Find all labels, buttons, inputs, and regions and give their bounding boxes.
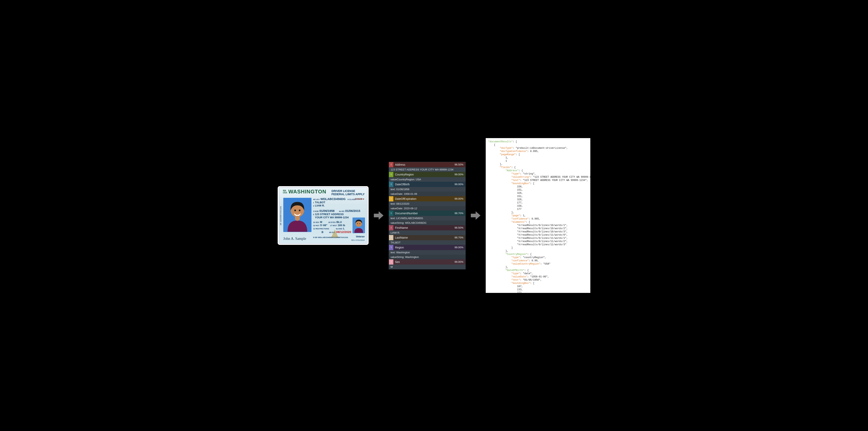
arrow-1 — [373, 209, 385, 222]
license-usa: USA — [283, 192, 287, 194]
iss-label: 4a ISS — [339, 210, 344, 212]
license-veteran: Veteran — [356, 235, 365, 238]
sex-value: M — [320, 221, 322, 224]
hgt-label: 16 HGT — [313, 225, 319, 227]
arrow-right-icon — [470, 209, 482, 222]
field-sex: 1 Sex 99.00% M — [389, 259, 465, 269]
license-header: WA USA WASHINGTON — [283, 189, 327, 195]
ln-value: TALBOT — [315, 201, 326, 204]
field-first-badge: 1 — [389, 225, 393, 230]
field-first-name: FirstName — [395, 226, 455, 229]
field-doc-value: valueString: WDLABCD456DG — [389, 221, 465, 225]
fn-label: 2 — [313, 205, 314, 207]
field-dob: 1 DateOfBirth 99.00% text: 01/06/1958 va… — [389, 182, 465, 196]
field-country: 1 CountryRegion 99.00% valueCountryRegio… — [389, 172, 465, 182]
class-label: 9 CLASS — [348, 198, 355, 200]
license-fields: 4d LIC# WDLABCD456DG 9 CLASS 1 TALBOT 2 … — [313, 197, 365, 234]
field-last: 1 LastName 98.70% TALBOT — [389, 235, 465, 245]
rest-value: B — [321, 231, 323, 234]
field-exp-badge: 1 — [389, 196, 393, 201]
license-card-container: 20 1234567XX1101 WA USA WASHINGTON DRIVE… — [278, 186, 369, 245]
hgt-value: 5'-08" — [320, 224, 328, 227]
fn-value: LIAM R. — [315, 204, 324, 207]
wgt-value: 165 lb — [338, 224, 345, 227]
field-sex-badge: 1 — [389, 259, 393, 265]
field-country-name: CountryRegion — [395, 173, 455, 176]
addr1-value: 123 STREET ADDRESS — [315, 213, 344, 216]
arrow-2 — [470, 209, 482, 222]
field-doc: 1 DocumentNumber 98.70% text: LIC#WDLABC… — [389, 211, 465, 225]
field-region-name: Region — [395, 246, 455, 249]
license-title-1: DRIVER LICENSE — [332, 189, 365, 193]
license-title-2: FEDERAL LIMITS APPLY — [332, 193, 365, 196]
license-card: 20 1234567XX1101 WA USA WASHINGTON DRIVE… — [278, 186, 369, 245]
field-address-name: Address — [395, 163, 455, 166]
field-region-text: text: Washington — [389, 250, 465, 255]
license-wa: WA — [283, 190, 287, 192]
field-last-badge: 1 — [389, 235, 393, 240]
field-exp-name: DateOfExpiration — [395, 197, 455, 200]
field-doc-name: DocumentNumber — [395, 212, 455, 215]
field-region-value: valueString: Washington — [389, 255, 465, 259]
license-rev: REV 07/01/2018 — [351, 239, 365, 241]
field-sex-name: Sex — [395, 260, 455, 264]
license-state: WASHINGTON — [288, 189, 327, 195]
field-last-conf: 98.70% — [455, 236, 463, 239]
field-first-conf: 98.50% — [455, 226, 463, 229]
avatar-icon — [283, 198, 311, 232]
field-doc-badge: 1 — [389, 211, 393, 216]
field-address-badge: 1 — [389, 162, 393, 167]
field-address-conf: 96.50% — [455, 163, 463, 166]
field-last-name: LastName — [395, 236, 455, 239]
eyes-value: BLU — [336, 221, 342, 224]
addr2-value: YOUR CITY WA 99999-1234 — [315, 216, 349, 219]
field-doc-text: text: LIC#WDLABCD456DG — [389, 216, 465, 221]
field-region-badge: 1 — [389, 245, 393, 250]
license-vertical-code: 20 1234567XX1101 — [279, 189, 282, 242]
field-sex-conf: 99.00% — [455, 260, 463, 263]
lic-label: 4d LIC# — [313, 198, 320, 200]
dob-value: 01/06/1958 — [319, 209, 335, 212]
svg-point-2 — [294, 209, 296, 211]
dob-label: 3 DOB — [313, 210, 319, 212]
ln-label: 1 — [313, 202, 314, 204]
field-first: 1 FirstName 98.50% LIAM R. — [389, 225, 465, 235]
field-exp: 1 DateOfExpiration 99.00% text: 08/12/20… — [389, 196, 465, 211]
field-last-value: TALBOT — [389, 240, 465, 245]
arrow-right-icon — [373, 209, 385, 222]
eyes-label: 18 EYES — [328, 221, 336, 223]
sex-label: 15 SEX — [313, 221, 319, 223]
field-dob-text: text: 01/06/1958 — [389, 187, 465, 192]
field-dob-badge: 1 — [389, 182, 393, 187]
fields-panel: 1 Address 96.50% 123 STREET ADDRESS YOUR… — [389, 162, 466, 269]
field-country-conf: 99.00% — [455, 173, 463, 176]
addr-label: 8 — [313, 213, 314, 216]
json-output-panel: "documentResults": [ { "docType": "prebu… — [486, 138, 590, 293]
license-title-block: DRIVER LICENSE FEDERAL LIMITS APPLY — [332, 189, 365, 196]
field-sex-value: M — [389, 265, 465, 269]
field-region-conf: 99.00% — [455, 246, 463, 249]
diagram-stage: 20 1234567XX1101 WA USA WASHINGTON DRIVE… — [0, 0, 868, 431]
field-doc-conf: 98.70% — [455, 212, 463, 215]
field-first-value: LIAM R. — [389, 230, 465, 235]
field-dob-value: valueDate: 1958-01-06 — [389, 192, 465, 196]
license-photo — [283, 198, 311, 232]
svg-point-4 — [295, 216, 300, 221]
field-exp-text: text: 08/12/2020 — [389, 201, 465, 206]
field-address-value: 123 STREET ADDRESS YOUR CITY WA 99999-12… — [389, 167, 465, 172]
license-wa-usa: WA USA — [283, 190, 287, 194]
field-exp-conf: 99.00% — [455, 197, 463, 200]
field-dob-conf: 99.00% — [455, 183, 463, 186]
field-region: 1 Region 99.00% text: Washington valueSt… — [389, 245, 465, 259]
field-country-badge: 1 — [389, 172, 393, 177]
license-signature: John A. Sample — [283, 237, 306, 241]
svg-point-3 — [299, 209, 301, 211]
iss-value: 01/06/2015 — [345, 209, 360, 212]
end-value: L — [343, 227, 345, 230]
field-exp-value: valueDate: 2020-08-12 — [389, 206, 465, 211]
field-country-value: valueCountryRegion: USA — [389, 177, 465, 182]
lic-value: WDLABCD456DG — [320, 197, 346, 201]
rest-label: 12 RESTRICTIONS — [313, 228, 329, 230]
wgt-label: 17 WGT — [330, 225, 337, 227]
field-address: 1 Address 96.50% 123 STREET ADDRESS YOUR… — [389, 162, 465, 172]
